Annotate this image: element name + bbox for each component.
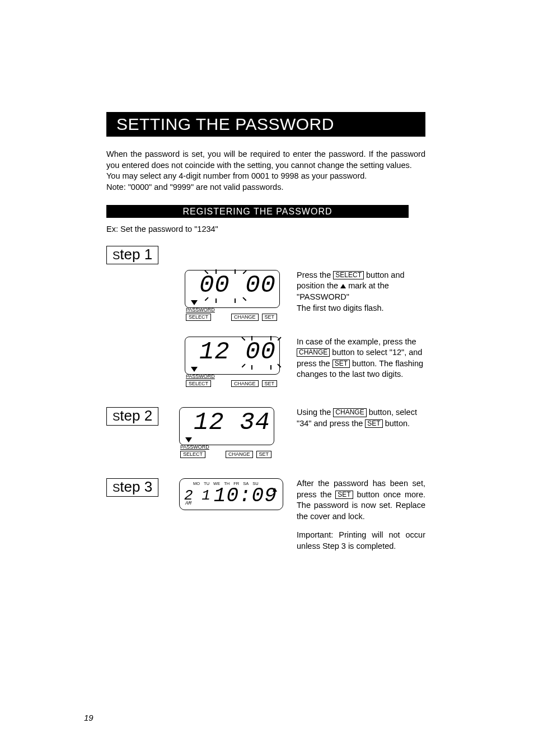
set-inline-button: SET xyxy=(332,360,350,368)
change-inline-button: CHANGE xyxy=(333,408,366,417)
triangle-up-icon xyxy=(340,284,346,288)
step-3-badge: Step 3 xyxy=(106,478,158,497)
select-button-label: SELECT xyxy=(186,314,211,321)
t: The first two digits flash. xyxy=(297,304,384,312)
lcd-panel-3: 12 34 PASSWORD SELECT CHANGE SET xyxy=(179,407,274,458)
lcd-digits-3: 12 34 xyxy=(183,410,270,435)
day: TU xyxy=(204,481,209,486)
step-1-rest: tep 1 xyxy=(120,246,152,263)
clock-panel: MO TU WE TH FR SA SU 2 1 AM 10:09 xyxy=(179,478,283,510)
select-inline-button: SELECT xyxy=(333,271,364,279)
intro-line-1: When the password is set, you will be re… xyxy=(106,149,425,171)
change-inline-button: CHANGE xyxy=(297,348,330,357)
step3-text: After the password has been set, press t… xyxy=(280,478,425,552)
set-button-label: SET xyxy=(262,314,278,321)
select-button-label: SELECT xyxy=(186,380,211,388)
lcd-digits-2: 12 00 xyxy=(189,339,276,364)
lcd-panel-1: 00 00 PASSWORD SELECT CHANGE SET xyxy=(185,270,280,325)
step2-text: Using the CHANGE button, select "34" and… xyxy=(280,407,425,429)
subheading: REGISTERING THE PASSWORD xyxy=(106,205,409,218)
clock-time: 10:09 xyxy=(214,486,277,506)
intro-block: When the password is set, you will be re… xyxy=(106,149,425,193)
change-button-label: CHANGE xyxy=(231,380,259,388)
step-1-prefix: S xyxy=(113,249,120,262)
lcd-digits-1: 00 00 xyxy=(189,273,276,297)
t: In case of the example, press the xyxy=(297,337,416,346)
triangle-down-icon xyxy=(185,437,192,442)
t: Press the xyxy=(297,270,333,279)
select-button-label: SELECT xyxy=(180,451,205,458)
page-number: 19 xyxy=(84,713,93,722)
step-3-prefix: S xyxy=(113,482,120,494)
step-2-rest: tep 2 xyxy=(120,407,152,424)
step1b-text: In case of the example, press the CHANGE… xyxy=(280,337,425,380)
step-2-badge: Step 2 xyxy=(106,407,158,426)
step-1-badge: Step 1 xyxy=(106,246,158,264)
step-3-rest: tep 3 xyxy=(120,478,152,495)
change-button-label: CHANGE xyxy=(226,451,253,458)
set-button-label: SET xyxy=(256,451,272,458)
step1a-text: Press the SELECT button and position the… xyxy=(280,270,425,314)
example-line: Ex: Set the password to "1234" xyxy=(106,225,425,234)
step-2-prefix: S xyxy=(113,410,120,423)
triangle-up-icon xyxy=(273,488,277,492)
set-button-label: SET xyxy=(262,380,278,388)
lcd-panel-2: 12 00 PASSWORD SELECT CHANGE SET xyxy=(185,337,280,392)
page-content: SETTING THE PASSWORD When the password i… xyxy=(106,112,425,552)
page-title: SETTING THE PASSWORD xyxy=(106,112,425,137)
set-inline-button: SET xyxy=(335,491,353,499)
triangle-down-icon xyxy=(191,367,198,372)
t: button. xyxy=(383,419,410,428)
change-button-label: CHANGE xyxy=(231,314,259,321)
intro-line-2: You may select any 4-digit number from 0… xyxy=(106,171,425,182)
step3-important-note: Important: Printing will not occur unles… xyxy=(297,530,425,552)
intro-line-3: Note: "0000" and "9999" are not valid pa… xyxy=(106,182,425,193)
day: MO xyxy=(193,481,200,486)
set-inline-button: SET xyxy=(365,419,382,428)
triangle-down-icon xyxy=(191,300,198,305)
t: Using the xyxy=(297,408,333,417)
